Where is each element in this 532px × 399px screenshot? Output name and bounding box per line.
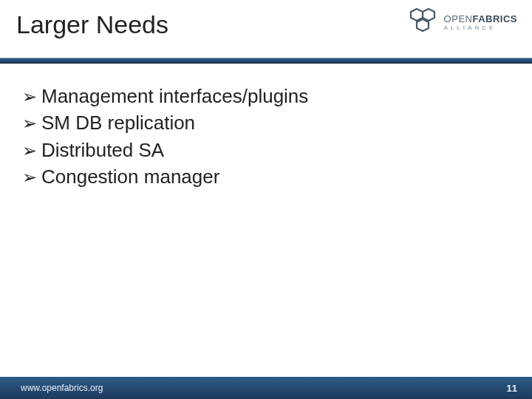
logo-text: OPENFABRICS ALLIANCE (444, 14, 517, 31)
footer-url: www.openfabrics.org (21, 383, 103, 393)
slide-header: Larger Needs OPENFABRICS ALLIANCE (0, 0, 532, 58)
svg-marker-0 (411, 9, 423, 21)
list-item-text: Congestion manager (41, 163, 219, 190)
logo-subtext: ALLIANCE (444, 25, 517, 31)
openfabrics-logo: OPENFABRICS ALLIANCE (409, 7, 517, 37)
svg-marker-2 (417, 19, 429, 31)
list-item: ➢ Management interfaces/plugins (22, 83, 510, 109)
arrow-icon: ➢ (22, 165, 37, 190)
logo-wordmark: OPENFABRICS (444, 14, 517, 24)
header-divider (0, 58, 532, 64)
list-item: ➢ Congestion manager (22, 163, 510, 190)
page-number: 11 (507, 383, 517, 394)
svg-marker-1 (423, 9, 434, 21)
arrow-icon: ➢ (22, 138, 37, 163)
list-item-text: Distributed SA (41, 137, 164, 163)
list-item: ➢ Distributed SA (22, 137, 510, 163)
hexagon-icon (409, 7, 440, 37)
slide-footer: www.openfabrics.org 11 (0, 377, 532, 399)
arrow-icon: ➢ (22, 84, 37, 109)
list-item-text: SM DB replication (41, 109, 195, 136)
arrow-icon: ➢ (22, 111, 37, 136)
list-item: ➢ SM DB replication (22, 109, 510, 136)
bullet-list: ➢ Management interfaces/plugins ➢ SM DB … (22, 83, 510, 191)
slide-content: ➢ Management interfaces/plugins ➢ SM DB … (0, 64, 532, 191)
list-item-text: Management interfaces/plugins (41, 83, 308, 109)
